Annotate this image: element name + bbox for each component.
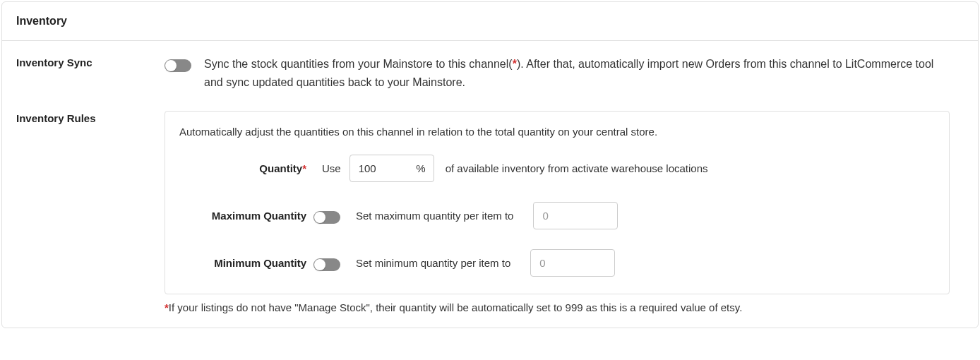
max-quantity-text: Set maximum quantity per item to (356, 210, 513, 222)
max-quantity-label: Maximum Quantity (179, 210, 313, 222)
quantity-suffix: of available inventory from activate war… (446, 162, 708, 174)
quantity-required: * (302, 162, 306, 174)
min-quantity-input[interactable] (530, 249, 615, 277)
card-body: Inventory Sync Sync the stock quantities… (2, 41, 978, 328)
inventory-rules-row: Inventory Rules Automatically adjust the… (2, 111, 964, 313)
max-quantity-input[interactable] (533, 202, 618, 229)
inventory-sync-row: Inventory Sync Sync the stock quantities… (2, 55, 964, 92)
rules-footnote: *If your listings do not have "Manage St… (165, 301, 950, 313)
max-input-wrap (533, 202, 618, 229)
min-quantity-toggle[interactable] (313, 258, 340, 271)
rules-intro: Automatically adjust the quantities on t… (179, 126, 935, 138)
min-quantity-rule-line: Minimum Quantity Set minimum quantity pe… (179, 249, 935, 277)
max-quantity-toggle-slot (313, 207, 356, 224)
quantity-label: Quantity* (179, 162, 313, 174)
inventory-sync-content: Sync the stock quantities from your Main… (165, 55, 964, 92)
quantity-rule-line: Quantity* Use % of available inventory f… (179, 155, 935, 182)
card-header: Inventory (2, 2, 978, 41)
toggle-knob-icon (314, 259, 325, 270)
inventory-sync-description: Sync the stock quantities from your Main… (204, 55, 950, 92)
toggle-knob-icon (165, 60, 177, 71)
inventory-rules-label: Inventory Rules (2, 111, 165, 124)
max-quantity-toggle[interactable] (313, 211, 340, 224)
max-quantity-rule-line: Maximum Quantity Set maximum quantity pe… (179, 202, 935, 229)
sync-text-before: Sync the stock quantities from your Main… (204, 58, 513, 70)
quantity-input[interactable] (349, 155, 434, 182)
page-title: Inventory (16, 15, 964, 28)
quantity-use-label: Use (322, 162, 341, 174)
inventory-sync-toggle[interactable] (165, 59, 191, 72)
toggle-knob-icon (314, 212, 325, 223)
quantity-label-text: Quantity (259, 162, 302, 174)
quantity-input-wrap: % (349, 155, 434, 182)
min-input-wrap (530, 249, 615, 277)
inventory-rules-content: Automatically adjust the quantities on t… (165, 111, 964, 313)
min-quantity-label: Minimum Quantity (179, 257, 313, 269)
min-quantity-toggle-slot (313, 254, 356, 271)
footnote-text: If your listings do not have "Manage Sto… (169, 301, 742, 313)
inventory-sync-label: Inventory Sync (2, 55, 165, 68)
inventory-card: Inventory Inventory Sync Sync the stock … (1, 1, 979, 328)
rules-box: Automatically adjust the quantities on t… (165, 111, 950, 294)
min-quantity-text: Set minimum quantity per item to (356, 257, 510, 269)
